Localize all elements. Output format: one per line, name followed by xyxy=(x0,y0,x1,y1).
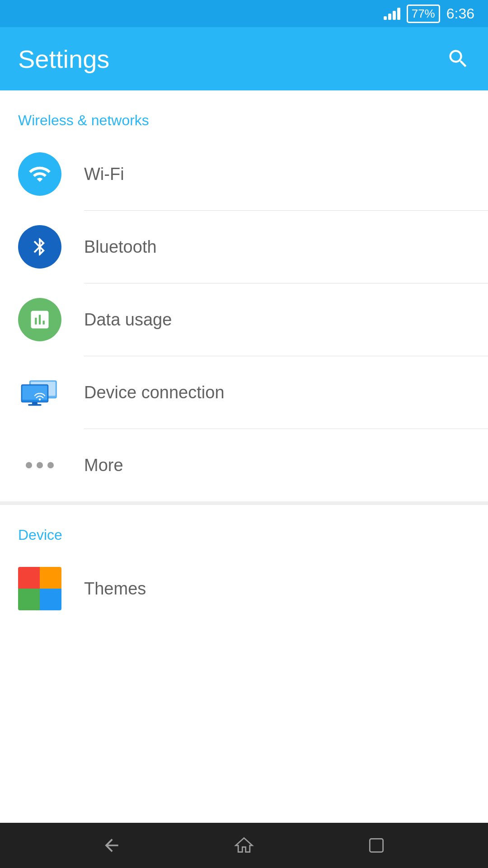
device-connection-item[interactable]: Device connection xyxy=(0,356,488,429)
more-icon-container xyxy=(18,443,61,487)
data-icon xyxy=(28,308,52,331)
home-button[interactable] xyxy=(226,827,262,863)
dot-2 xyxy=(37,462,43,468)
svg-rect-7 xyxy=(370,839,383,852)
search-icon xyxy=(446,47,470,71)
wifi-icon-container xyxy=(18,152,61,196)
app-bar: Settings xyxy=(0,27,488,90)
wifi-label: Wi-Fi xyxy=(84,165,124,184)
device-connection-label: Device connection xyxy=(84,383,225,402)
bluetooth-icon xyxy=(29,236,50,257)
recents-icon xyxy=(366,835,386,855)
wireless-networks-header: Wireless & networks xyxy=(0,90,488,138)
status-bar: 77% 6:36 xyxy=(0,0,488,27)
monitor-icon-container xyxy=(18,371,61,414)
bluetooth-icon-container xyxy=(18,225,61,269)
svg-point-6 xyxy=(39,398,41,400)
navigation-bar xyxy=(0,823,488,868)
clock: 6:36 xyxy=(446,5,474,22)
themes-icon xyxy=(18,567,61,610)
themes-label: Themes xyxy=(84,579,146,599)
wifi-item[interactable]: Wi-Fi xyxy=(0,138,488,210)
data-icon-container xyxy=(18,298,61,341)
themes-item[interactable]: Themes xyxy=(0,552,488,625)
wifi-icon xyxy=(28,162,52,186)
search-button[interactable] xyxy=(446,47,470,71)
battery-indicator: 77% xyxy=(407,5,440,23)
data-usage-item[interactable]: Data usage xyxy=(0,283,488,356)
section-divider xyxy=(0,501,488,505)
svg-rect-5 xyxy=(28,404,42,406)
device-header: Device xyxy=(0,505,488,552)
recents-button[interactable] xyxy=(358,827,394,863)
back-icon xyxy=(102,835,122,855)
more-item[interactable]: More xyxy=(0,429,488,501)
bluetooth-label: Bluetooth xyxy=(84,237,157,257)
dot-1 xyxy=(26,462,32,468)
monitor-icon xyxy=(18,374,61,410)
back-button[interactable] xyxy=(94,827,130,863)
page-title: Settings xyxy=(18,44,109,74)
bluetooth-item[interactable]: Bluetooth xyxy=(0,211,488,283)
more-label: More xyxy=(84,456,123,475)
status-icons: 77% 6:36 xyxy=(384,5,474,23)
signal-icon xyxy=(384,7,400,20)
dot-3 xyxy=(47,462,54,468)
data-usage-label: Data usage xyxy=(84,310,172,330)
home-icon xyxy=(234,835,254,855)
settings-content: Wireless & networks Wi-Fi Bluetooth Data… xyxy=(0,90,488,823)
